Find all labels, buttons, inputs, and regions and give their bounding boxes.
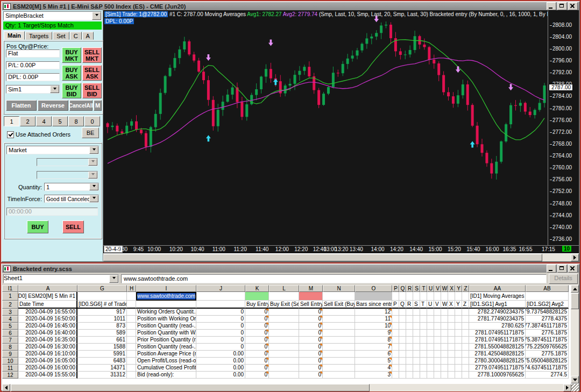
sheet-cell[interactable] xyxy=(455,316,462,323)
buy-ask-button[interactable]: BUYASK xyxy=(62,65,81,81)
sheet-cell[interactable] xyxy=(323,365,355,372)
tab-set[interactable]: Set xyxy=(53,32,69,40)
sheet-cell[interactable] xyxy=(406,316,413,323)
sheet-cell[interactable]: 2775.22509765625 xyxy=(526,344,569,351)
sheet-cell[interactable] xyxy=(413,323,420,330)
sheet-cell[interactable] xyxy=(269,358,299,365)
sheet-cell[interactable]: 0.00 xyxy=(196,351,245,358)
sheet-cell[interactable]: Cumulative Closed Profit... xyxy=(136,365,196,372)
sheet-cell[interactable]: R xyxy=(406,301,413,309)
sheet-cell[interactable] xyxy=(127,372,136,379)
sheet-cell[interactable] xyxy=(526,292,569,301)
sheet-cell[interactable] xyxy=(77,292,127,301)
sheet-cell[interactable]: U xyxy=(427,301,434,309)
sheet-cell[interactable]: 4 xyxy=(355,365,392,372)
tab-targets[interactable]: Targets xyxy=(25,32,52,40)
sheet-cell[interactable]: 0 xyxy=(196,337,245,344)
sheet-cell[interactable]: 0 xyxy=(245,323,269,330)
sheet-cell[interactable] xyxy=(406,323,413,330)
sheet-cell[interactable]: 2774.637451171875 xyxy=(526,365,569,372)
sheet-cell[interactable] xyxy=(455,351,462,358)
row-header[interactable]: 11 xyxy=(2,365,18,372)
close-icon[interactable] xyxy=(568,265,578,273)
sheet-cell[interactable]: 2781.77490234375 xyxy=(469,316,526,323)
sheet-cell[interactable]: Q xyxy=(399,285,406,292)
sheet-cell[interactable] xyxy=(462,292,469,301)
sheet-cell[interactable] xyxy=(462,372,469,379)
sheet-cell[interactable] xyxy=(127,344,136,351)
sheet-cell[interactable] xyxy=(406,330,413,337)
qty-button-2[interactable]: 2 xyxy=(20,116,36,126)
sheet-cell[interactable] xyxy=(399,323,406,330)
details-button[interactable]: Details xyxy=(549,274,578,284)
sheet-cell[interactable] xyxy=(455,323,462,330)
sheet-vertical-scrollbar[interactable] xyxy=(571,285,579,383)
sheet-cell[interactable]: 0 xyxy=(245,365,269,372)
sheet-cell[interactable] xyxy=(413,372,420,379)
buy-bid-button[interactable]: BUYBID xyxy=(62,83,81,98)
sheet-cell[interactable] xyxy=(462,330,469,337)
sheet-cell[interactable] xyxy=(127,337,136,344)
sheet-cell[interactable]: 14371 xyxy=(77,365,127,372)
sell-mkt-button[interactable]: SELLMKT xyxy=(82,47,102,63)
sheet-cell[interactable] xyxy=(434,358,441,365)
row-header[interactable]: 5 xyxy=(2,323,18,330)
sheet-cell[interactable] xyxy=(448,365,455,372)
sheet-cell[interactable]: Date Time xyxy=(18,301,77,309)
sheet-cell[interactable]: 0 xyxy=(196,323,245,330)
sheet-cell[interactable]: Sell Entry xyxy=(299,301,323,309)
sheet-cell[interactable] xyxy=(420,365,427,372)
buy-mkt-button[interactable]: BUYMKT xyxy=(62,47,81,63)
sheet-cell[interactable] xyxy=(127,330,136,337)
sheet-cell[interactable] xyxy=(127,358,136,365)
sheet-cell[interactable]: V xyxy=(434,285,441,292)
sheet-cell[interactable] xyxy=(434,351,441,358)
sheet-cell[interactable] xyxy=(427,358,434,365)
sheet-cell[interactable]: J xyxy=(196,285,245,292)
sell-bid-button[interactable]: SELLBID xyxy=(82,83,102,98)
sheet-cell[interactable]: 5991 xyxy=(77,351,127,358)
sheet-cell[interactable]: Prior Position Quantity (r... xyxy=(136,337,196,344)
sheet-cell[interactable]: Z xyxy=(462,301,469,309)
dpl-field[interactable]: DPL: 0.00P xyxy=(6,73,60,81)
sheet-cell[interactable]: 0 xyxy=(245,309,269,316)
sheet-cell[interactable] xyxy=(127,292,136,301)
sheet-cell[interactable]: [ID0.SG6] # of Trades xyxy=(77,301,127,309)
sheet-cell[interactable]: P xyxy=(392,301,399,309)
sheet-cell[interactable] xyxy=(462,309,469,316)
sheet-cell[interactable] xyxy=(399,330,406,337)
sheet-cell[interactable]: 7 xyxy=(355,344,392,351)
sheet-cell[interactable]: 0 xyxy=(245,358,269,365)
sheet-cell[interactable] xyxy=(127,301,136,309)
sheet-cell[interactable] xyxy=(441,323,448,330)
sheet-cell[interactable] xyxy=(427,323,434,330)
sheet-cell[interactable]: P xyxy=(392,285,399,292)
sheet-cell[interactable]: I xyxy=(136,285,196,292)
row-header[interactable]: 4 xyxy=(2,316,18,323)
pl-field[interactable]: P/L: 0.00P xyxy=(6,61,60,69)
sheet-cell[interactable] xyxy=(392,358,399,365)
sheet-cell[interactable]: W xyxy=(441,285,448,292)
sheet-cell[interactable]: [ID1.SG2] Avg2 xyxy=(526,301,569,309)
sheet-cell[interactable]: 12 xyxy=(355,309,392,316)
sheet-cell[interactable]: 0 xyxy=(299,323,323,330)
sheet-cell[interactable] xyxy=(455,292,462,301)
sheet-cell[interactable]: 0 xyxy=(299,344,323,351)
row-header[interactable]: 2 xyxy=(2,301,18,309)
sheet-cell[interactable]: 2020-04-09 16:10:00 xyxy=(18,351,77,358)
sheet-cell[interactable] xyxy=(427,372,434,379)
sheet-cell[interactable]: 0 xyxy=(245,337,269,344)
sheet-cell[interactable] xyxy=(269,292,299,301)
sheet-cell[interactable] xyxy=(434,323,441,330)
row-header[interactable]: 6 xyxy=(2,330,18,337)
sheet-cell[interactable] xyxy=(441,351,448,358)
sheet-cell[interactable] xyxy=(269,309,299,316)
sheet-cell[interactable] xyxy=(434,330,441,337)
sheet-cell[interactable] xyxy=(455,337,462,344)
sheet-cell[interactable] xyxy=(413,358,420,365)
sheet-cell[interactable] xyxy=(269,316,299,323)
sheet-cell[interactable]: 0 xyxy=(245,344,269,351)
sheet-cell[interactable]: Bid (read-only): xyxy=(136,372,196,379)
sheet-cell[interactable] xyxy=(269,323,299,330)
sheet-cell[interactable]: 2020-04-09 16:45:00 xyxy=(18,323,77,330)
